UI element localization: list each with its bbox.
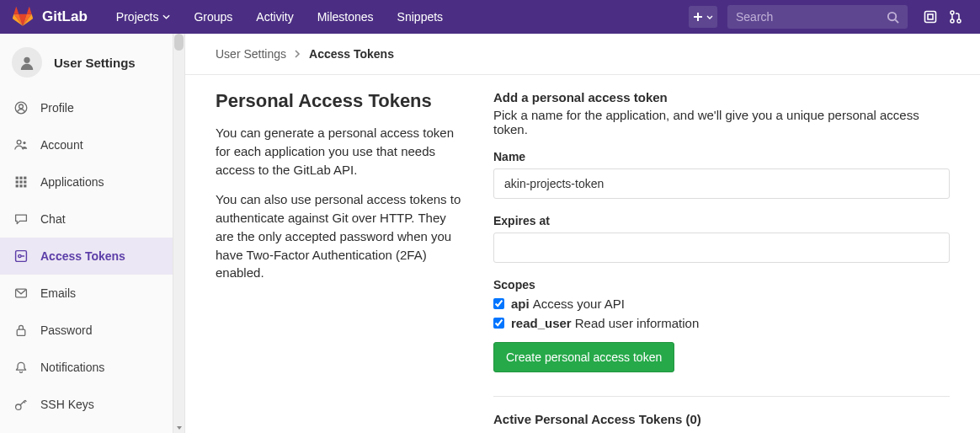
sidebar-item-label: Profile [40, 101, 74, 115]
sidebar-item-label: Access Tokens [40, 249, 125, 263]
chevron-right-icon [295, 47, 301, 61]
sidebar-item-ssh-keys[interactable]: SSH Keys [0, 386, 173, 423]
sidebar-item-notifications[interactable]: Notifications [0, 349, 173, 386]
page-title: Personal Access Tokens [216, 90, 465, 112]
sidebar-item-label: Emails [40, 286, 76, 300]
svg-point-28 [16, 404, 21, 409]
new-dropdown-button[interactable] [689, 6, 717, 28]
scrollbar-arrow-down-icon[interactable] [176, 425, 183, 431]
gitlab-logo[interactable] [12, 7, 34, 27]
create-token-button-label: Create personal access token [506, 350, 662, 364]
svg-point-10 [15, 102, 27, 114]
brand-label[interactable]: GitLab [42, 8, 88, 25]
svg-rect-16 [24, 177, 26, 179]
issues-icon [924, 10, 937, 24]
chevron-down-icon [162, 14, 170, 19]
scope-read-user-checkbox[interactable] [493, 318, 504, 329]
svg-rect-18 [19, 180, 22, 183]
sidebar-item-label: Applications [40, 175, 104, 189]
nav-groups[interactable]: Groups [182, 0, 244, 34]
issues-link[interactable] [918, 0, 943, 34]
expires-input[interactable] [493, 233, 950, 263]
svg-line-3 [895, 19, 898, 23]
key-box-icon [13, 249, 29, 263]
nav-groups-label: Groups [194, 10, 232, 24]
nav-projects[interactable]: Projects [104, 0, 183, 34]
breadcrumb-current: Access Tokens [309, 47, 394, 61]
user-circle-icon [13, 101, 29, 115]
svg-point-8 [957, 19, 961, 23]
form-column: Add a personal access token Pick a name … [493, 90, 950, 433]
nav-snippets-label: Snippets [397, 10, 443, 24]
sidebar-item-emails[interactable]: Emails [0, 275, 173, 312]
apps-grid-icon [13, 175, 29, 189]
sidebar-item-label: Chat [40, 212, 66, 226]
svg-point-2 [888, 12, 896, 19]
nav-activity[interactable]: Activity [244, 0, 305, 34]
scope-read-user-key: read_user [511, 316, 572, 330]
nav-milestones[interactable]: Milestones [306, 0, 386, 34]
chevron-down-icon [706, 15, 713, 19]
svg-rect-17 [16, 180, 19, 183]
divider [493, 396, 950, 397]
sidebar-item-applications[interactable]: Applications [0, 163, 173, 200]
breadcrumb-root[interactable]: User Settings [216, 47, 286, 61]
name-input[interactable] [493, 168, 950, 199]
svg-rect-14 [16, 177, 19, 179]
svg-rect-1 [694, 16, 702, 18]
nav-snippets[interactable]: Snippets [386, 0, 455, 34]
avatar [12, 47, 42, 78]
nav-projects-label: Projects [116, 10, 159, 24]
svg-point-6 [951, 11, 954, 14]
sidebar-header[interactable]: User Settings [0, 39, 173, 89]
sidebar-item-label: SSH Keys [40, 398, 94, 411]
svg-point-13 [23, 142, 25, 144]
main-content: User Settings Access Tokens Personal Acc… [185, 34, 980, 433]
sidebar-item-profile[interactable]: Profile [0, 89, 173, 126]
svg-rect-20 [16, 184, 19, 187]
form-title: Add a personal access token [493, 90, 950, 104]
merge-requests-link[interactable] [943, 0, 968, 34]
svg-point-11 [19, 104, 24, 109]
svg-point-12 [17, 140, 21, 144]
sidebar: User Settings Profile Account Applicatio… [0, 34, 173, 433]
scope-api-desc: Access your API [533, 297, 625, 311]
sidebar-item-access-tokens[interactable]: Access Tokens [0, 238, 173, 275]
active-tokens-title: Active Personal Access Tokens (0) [493, 412, 950, 426]
description-paragraph: You can generate a personal access token… [216, 124, 465, 179]
sidebar-item-label: Password [40, 323, 92, 337]
nav-activity-label: Activity [256, 10, 293, 24]
lock-icon [13, 323, 29, 337]
svg-rect-19 [24, 180, 26, 183]
scope-api-key: api [511, 297, 530, 311]
top-navbar: GitLab Projects Groups Activity Mileston… [0, 0, 980, 34]
create-token-button[interactable]: Create personal access token [493, 342, 674, 372]
scrollbar-thumb[interactable] [174, 34, 184, 51]
merge-request-icon [949, 10, 962, 24]
svg-point-7 [951, 19, 954, 23]
scope-row-api: api Access your API [493, 297, 950, 311]
bell-icon [13, 361, 29, 374]
description-column: Personal Access Tokens You can generate … [216, 90, 465, 433]
sidebar-scrollbar[interactable] [173, 34, 185, 433]
sidebar-item-chat[interactable]: Chat [0, 200, 173, 238]
search-input[interactable] [736, 10, 887, 24]
scope-api-checkbox[interactable] [493, 298, 504, 309]
nav-milestones-label: Milestones [317, 10, 374, 24]
scope-row-read-user: read_user Read user information [493, 316, 950, 330]
plus-icon [693, 12, 703, 22]
search-box[interactable] [727, 5, 908, 29]
sidebar-item-password[interactable]: Password [0, 312, 173, 349]
svg-rect-27 [17, 329, 25, 335]
expires-label: Expires at [493, 214, 950, 227]
sidebar-item-gpg-keys[interactable]: GPG Keys [0, 423, 173, 433]
svg-point-24 [19, 254, 21, 257]
svg-rect-15 [19, 177, 22, 179]
sidebar-title: User Settings [54, 56, 136, 70]
chat-bubble-icon [13, 212, 29, 226]
user-icon [19, 55, 35, 70]
svg-rect-22 [24, 184, 26, 187]
account-icon [13, 138, 29, 152]
form-subtitle: Pick a name for the application, and we'… [493, 108, 950, 136]
sidebar-item-account[interactable]: Account [0, 126, 173, 163]
